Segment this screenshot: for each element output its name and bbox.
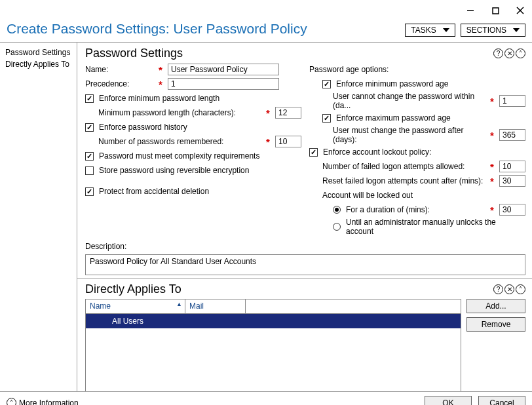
precedence-label: Precedence: — [85, 79, 153, 88]
close-section-icon[interactable]: ✕ — [504, 284, 514, 294]
protect-label: Protect from accidental deletion — [99, 187, 209, 196]
history-count-label: Number of passwords remembered: — [98, 137, 261, 146]
description-label: Description: — [85, 242, 126, 251]
duration-field[interactable] — [499, 204, 525, 216]
reset-count-field[interactable] — [499, 175, 525, 187]
required-icon: * — [156, 79, 165, 90]
applies-to-grid: Name ▲ Mail All Users — [85, 299, 461, 391]
enforce-min-length-checkbox[interactable] — [85, 94, 94, 103]
required-icon: * — [156, 64, 165, 75]
help-icon[interactable]: ? — [493, 48, 503, 58]
duration-radio[interactable] — [333, 206, 341, 214]
sidebar-item-password-settings[interactable]: Password Settings — [3, 47, 74, 58]
sort-ascending-icon: ▲ — [176, 301, 182, 307]
complexity-label: Password must meet complexity requiremen… — [99, 151, 259, 161]
ok-button[interactable]: OK — [425, 396, 472, 406]
enforce-max-age-checkbox[interactable] — [322, 114, 331, 123]
dialog-header: Create Password Settings: User Password … — [0, 21, 532, 43]
tasks-dropdown[interactable]: TASKS — [405, 24, 455, 37]
column-header-mail[interactable]: Mail — [185, 299, 246, 313]
enforce-min-age-checkbox[interactable] — [322, 80, 331, 88]
min-length-field[interactable] — [275, 107, 301, 119]
required-icon: * — [263, 136, 273, 147]
required-icon: * — [487, 130, 497, 141]
max-age-field[interactable] — [499, 129, 525, 141]
required-icon: * — [487, 204, 497, 216]
svg-rect-1 — [493, 8, 499, 14]
dialog-title: Create Password Settings: User Password … — [7, 21, 307, 37]
enforce-min-length-label: Enforce minimum password length — [99, 94, 219, 103]
enforce-min-age-label: Enforce minimum password age — [336, 79, 448, 88]
age-options-header: Password age options: — [309, 65, 389, 74]
section-password-settings: Password Settings ? ✕ ˄ Name: * Prece — [77, 43, 532, 279]
reversible-label: Store password using reversible encrypti… — [99, 166, 249, 175]
sections-dropdown-label: SECTIONS — [466, 26, 506, 35]
nav-sidebar: Password Settings Directly Applies To — [0, 43, 77, 391]
reversible-checkbox[interactable] — [85, 166, 94, 175]
expand-icon: ˄ — [7, 398, 16, 405]
max-age-label: User must change the password after (day… — [333, 126, 485, 144]
grid-header: Name ▲ Mail — [86, 299, 461, 314]
tasks-dropdown-label: TASKS — [411, 26, 436, 35]
locked-out-label: Account will be locked out — [322, 191, 413, 200]
min-length-label: Minimum password length (characters): — [98, 108, 261, 117]
failed-attempts-field[interactable] — [499, 161, 525, 172]
reset-count-label: Reset failed logon attempts count after … — [322, 176, 485, 185]
cancel-button[interactable]: Cancel — [478, 396, 525, 406]
section-title: Password Settings — [85, 47, 183, 60]
close-button[interactable] — [514, 4, 527, 17]
help-icon[interactable]: ? — [493, 284, 503, 294]
sections-dropdown[interactable]: SECTIONS — [461, 24, 525, 37]
collapse-icon[interactable]: ˄ — [516, 284, 525, 294]
chevron-down-icon — [513, 28, 520, 32]
more-information-link[interactable]: ˄ More Information — [7, 398, 79, 405]
enforce-history-label: Enforce password history — [99, 123, 187, 132]
enforce-lockout-label: Enforce account lockout policy: — [323, 147, 431, 157]
add-button[interactable]: Add... — [466, 299, 525, 313]
required-icon: * — [487, 161, 497, 172]
until-admin-radio[interactable] — [333, 223, 341, 231]
min-age-label: User cannot change the password within (… — [333, 92, 485, 110]
dialog-footer: ˄ More Information OK Cancel — [0, 391, 532, 405]
minimize-button[interactable] — [464, 4, 477, 17]
column-header-extra[interactable] — [246, 299, 461, 313]
sidebar-item-directly-applies[interactable]: Directly Applies To — [3, 58, 74, 70]
required-icon: * — [487, 176, 497, 187]
name-label: Name: — [85, 65, 153, 74]
duration-label: For a duration of (mins): — [346, 205, 485, 214]
required-icon: * — [487, 96, 497, 107]
enforce-lockout-checkbox[interactable] — [309, 148, 318, 157]
window-titlebar — [0, 0, 532, 21]
column-header-name[interactable]: Name ▲ — [86, 299, 185, 313]
remove-button[interactable]: Remove — [466, 317, 525, 332]
section-title: Directly Applies To — [85, 282, 181, 296]
collapse-icon[interactable]: ˄ — [516, 48, 525, 58]
name-field[interactable] — [168, 64, 279, 75]
enforce-max-age-label: Enforce maximum password age — [336, 113, 451, 123]
section-directly-applies: Directly Applies To ? ✕ ˄ Name ▲ Mail — [77, 279, 532, 391]
required-icon: * — [263, 107, 273, 119]
cell-name: All Users — [86, 317, 185, 326]
min-age-field[interactable] — [499, 95, 525, 107]
close-section-icon[interactable]: ✕ — [504, 48, 514, 58]
grid-row[interactable]: All Users — [86, 314, 461, 328]
history-count-field[interactable] — [275, 136, 301, 147]
complexity-checkbox[interactable] — [85, 152, 94, 161]
chevron-down-icon — [443, 28, 449, 32]
enforce-history-checkbox[interactable] — [85, 123, 94, 132]
precedence-field[interactable] — [168, 78, 279, 90]
failed-attempts-label: Number of failed logon attempts allowed: — [322, 162, 485, 171]
description-field[interactable]: Password Policy for All Standard User Ac… — [85, 254, 525, 275]
until-admin-label: Until an administrator manually unlocks … — [346, 218, 525, 236]
protect-checkbox[interactable] — [85, 187, 94, 196]
maximize-button[interactable] — [489, 4, 502, 17]
